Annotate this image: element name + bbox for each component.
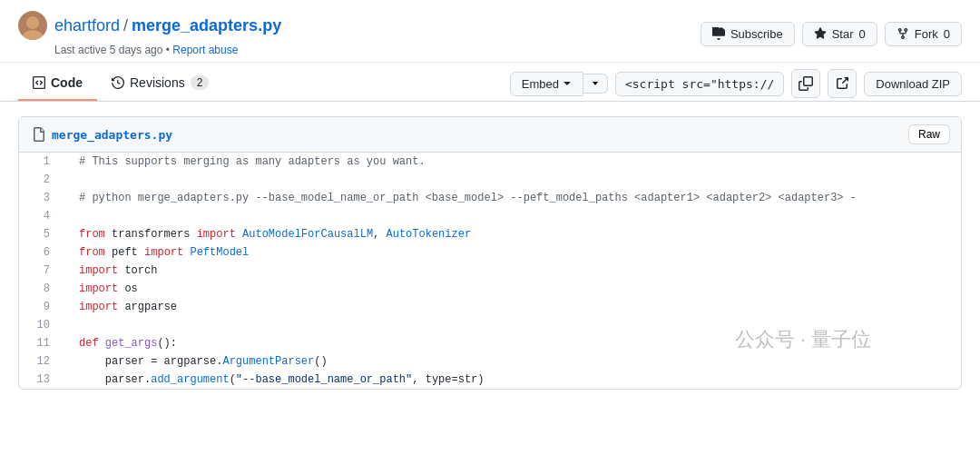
script-src-display[interactable]: <script src="https:// (615, 72, 784, 96)
script-src-text: <script src="https:// (625, 77, 774, 91)
line-number: 1 (19, 153, 64, 171)
table-row: 4 (19, 207, 961, 225)
embed-button[interactable]: Embed (510, 72, 583, 96)
download-button[interactable]: Download ZIP (864, 72, 962, 96)
file-name[interactable]: merge_adapters.py (52, 128, 172, 142)
line-code: import argparse (64, 298, 961, 316)
star-icon (814, 27, 827, 40)
line-number: 8 (19, 280, 64, 298)
tabs-left: Code Revisions 2 (18, 66, 223, 101)
download-label: Download ZIP (876, 77, 950, 91)
line-code: import os (64, 280, 961, 298)
tab-code[interactable]: Code (18, 66, 97, 101)
file-header-left: merge_adapters.py (30, 127, 172, 142)
tab-revisions[interactable]: Revisions 2 (97, 66, 223, 101)
line-code: from transformers import AutoModelForCau… (64, 225, 961, 243)
open-raw-button[interactable] (828, 69, 857, 98)
table-row: 10 (19, 316, 961, 334)
code-table: 1 # This supports merging as many adapte… (19, 153, 961, 389)
file-code-icon (30, 127, 44, 142)
fork-count: 0 (944, 27, 950, 41)
header-actions: Subscribe Star 0 Fork 0 (701, 22, 962, 46)
last-active: Last active 5 days ago • Report abuse (54, 44, 281, 56)
svg-marker-3 (593, 82, 598, 85)
copy-icon (799, 76, 813, 91)
subscribe-label: Subscribe (730, 27, 783, 41)
raw-label: Raw (918, 128, 940, 141)
table-row: 7 import torch (19, 262, 961, 280)
line-code: # This supports merging as many adapters… (64, 153, 961, 171)
line-number: 9 (19, 298, 64, 316)
table-row: 9 import argparse (19, 298, 961, 316)
username[interactable]: ehartford (54, 16, 120, 35)
embed-group: Embed (510, 72, 608, 96)
svg-point-1 (26, 16, 39, 29)
breadcrumb: ehartford / merge_adapters.py (54, 16, 281, 35)
fork-button[interactable]: Fork 0 (885, 22, 962, 46)
table-row: 6 from peft import PeftModel (19, 243, 961, 262)
line-number: 4 (19, 207, 64, 225)
tab-revisions-label: Revisions (130, 75, 185, 90)
avatar (18, 11, 47, 40)
tabs-right: Embed <script src="https:// Download (510, 69, 962, 98)
line-number: 12 (19, 352, 64, 371)
line-code (64, 316, 961, 334)
copy-button[interactable] (791, 69, 820, 98)
history-icon (112, 76, 124, 89)
subscribe-button[interactable]: Subscribe (701, 22, 795, 46)
star-button[interactable]: Star 0 (802, 22, 877, 46)
table-row: 3 # python merge_adapters.py --base_mode… (19, 189, 961, 207)
line-number: 2 (19, 171, 64, 189)
user-info: ehartford / merge_adapters.py (18, 11, 281, 40)
header-left: ehartford / merge_adapters.py Last activ… (18, 11, 281, 56)
line-code: parser = argparse.ArgumentParser() (64, 352, 961, 371)
line-code: import torch (64, 262, 961, 280)
embed-dropdown-button[interactable] (583, 74, 608, 94)
code-icon (33, 76, 45, 89)
line-number: 11 (19, 334, 64, 352)
table-row: 13 parser.add_argument("--base_model_nam… (19, 371, 961, 389)
tabs-bar: Code Revisions 2 Embed (0, 66, 980, 102)
line-number: 3 (19, 189, 64, 207)
line-code (64, 207, 961, 225)
line-number: 13 (19, 371, 64, 389)
table-row: 2 (19, 171, 961, 189)
raw-button[interactable]: Raw (908, 124, 950, 144)
line-code: def get_args(): (64, 334, 961, 352)
table-row: 12 parser = argparse.ArgumentParser() (19, 352, 961, 371)
line-code: # python merge_adapters.py --base_model_… (64, 189, 961, 207)
report-abuse-link[interactable]: Report abuse (172, 44, 238, 56)
table-row: 1 # This supports merging as many adapte… (19, 153, 961, 171)
table-row: 5 from transformers import AutoModelForC… (19, 225, 961, 243)
table-row: 8 import os (19, 280, 961, 298)
revisions-count-badge: 2 (191, 75, 210, 90)
bell-icon (712, 27, 725, 40)
embed-label: Embed (522, 77, 559, 91)
fork-label: Fork (915, 27, 938, 41)
line-number: 6 (19, 243, 64, 262)
line-code: from peft import PeftModel (64, 243, 961, 262)
line-number: 10 (19, 316, 64, 334)
line-code: parser.add_argument("--base_model_name_o… (64, 371, 961, 389)
table-row: 11 def get_args(): (19, 334, 961, 352)
line-number: 5 (19, 225, 64, 243)
star-count: 0 (859, 27, 866, 41)
file-container: merge_adapters.py Raw 1 # This supports … (18, 116, 962, 390)
breadcrumb-separator: / (123, 16, 128, 35)
star-label: Star (832, 27, 854, 41)
code-area: 1 # This supports merging as many adapte… (19, 153, 961, 389)
line-code (64, 171, 961, 189)
file-header: merge_adapters.py Raw (19, 117, 961, 153)
caret-down-icon (591, 79, 600, 88)
chevron-down-icon (563, 79, 572, 88)
line-number: 7 (19, 262, 64, 280)
tab-code-label: Code (51, 75, 83, 90)
external-link-icon (835, 76, 849, 91)
page-header: ehartford / merge_adapters.py Last activ… (0, 0, 980, 63)
fork-icon (897, 27, 909, 40)
gist-filename[interactable]: merge_adapters.py (132, 16, 281, 35)
